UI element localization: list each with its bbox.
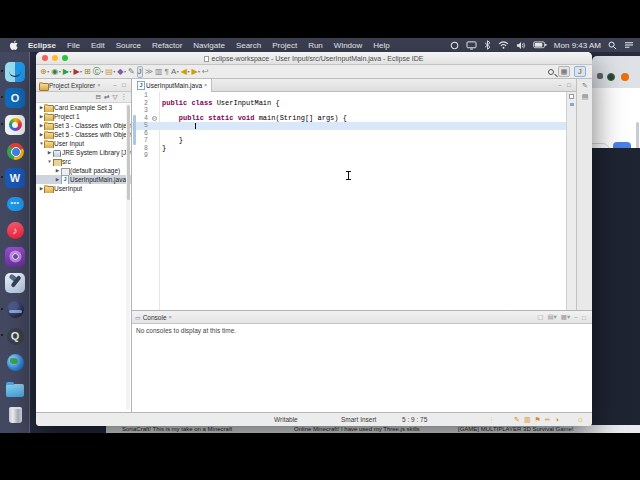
display-icon[interactable] <box>466 41 477 50</box>
tip-lamp-icon[interactable]: ☼ <box>577 415 584 424</box>
dock-icon-xcode[interactable] <box>5 273 25 293</box>
menu-bar-clock[interactable]: Mon 9:43 AM <box>554 41 601 50</box>
search-flashlight-icon-dropdown[interactable]: ▾ <box>124 69 126 74</box>
menu-item-window[interactable]: Window <box>334 41 362 50</box>
tree-item-userinput[interactable]: ▶UserInput <box>36 184 131 193</box>
menu-item-search[interactable]: Search <box>236 41 261 50</box>
explorer-scrollbar[interactable] <box>126 104 130 410</box>
minimize-view-icon[interactable]: − <box>574 314 578 321</box>
tree-item-set-5-classes-with-objects-as-i[interactable]: ▶Set 5 - Classes with Objects as I <box>36 130 131 139</box>
tree-item-card-example-set-3[interactable]: ▶Card Example Set 3 <box>36 103 131 112</box>
run-external-icon[interactable]: ▶▾ <box>73 66 82 78</box>
dock-icon-word[interactable]: W <box>5 168 25 188</box>
menu-item-run[interactable]: Run <box>308 41 323 50</box>
dock-icon-outlook[interactable]: O <box>5 88 25 108</box>
code-line-9[interactable]: 9 <box>132 152 568 160</box>
run-icon[interactable]: ▶▾ <box>63 66 72 78</box>
status-tool-icon-1[interactable]: ✎ <box>514 416 520 424</box>
apple-menu-icon[interactable] <box>6 40 20 51</box>
close-view-icon[interactable]: × <box>97 82 100 88</box>
menu-item-refactor[interactable]: Refactor <box>152 41 182 50</box>
annotations-icon[interactable]: ✎ <box>128 66 135 78</box>
dock-icon-trash[interactable] <box>5 405 25 425</box>
tree-item-project-1[interactable]: ▶Project 1 <box>36 112 131 121</box>
debug-icon-dropdown[interactable]: ▾ <box>59 69 61 74</box>
forward-icon[interactable]: ▶▾ <box>191 66 200 78</box>
code-line-2[interactable]: 2public class UserInputMain { <box>132 100 568 108</box>
spotlight-search-icon[interactable] <box>608 41 617 50</box>
dock-icon-quicktime[interactable]: Q <box>5 326 25 346</box>
minimized-view-icon-1[interactable]: ✎ <box>577 82 593 90</box>
tree-item-user-input[interactable]: ▼User Input <box>36 139 131 148</box>
open-folder-icon[interactable]: ▤▾ <box>105 66 115 78</box>
dock-icon-finder[interactable] <box>5 62 25 82</box>
pin-console-icon[interactable]: ▩▾ <box>561 313 570 321</box>
task-icon[interactable]: ¶ <box>165 66 169 78</box>
new-wizard-icon-dropdown[interactable]: ▾ <box>47 69 49 74</box>
minimized-view-icon-2[interactable]: ▤ <box>577 93 593 101</box>
font-bigger-icon-dropdown[interactable]: ▾ <box>177 69 179 74</box>
menu-item-eclipse[interactable]: Eclipse <box>28 41 56 50</box>
dock-icon-messages[interactable]: ••• <box>5 194 25 214</box>
console-tab[interactable]: ▭ Console × ▢▤▾▩▾−□ <box>132 311 592 324</box>
perspective-java-button[interactable]: J <box>574 66 586 77</box>
debug-icon[interactable]: ◉▾ <box>51 66 61 78</box>
status-tool-icon-5[interactable]: ◑ <box>555 416 559 423</box>
tab-close-icon[interactable]: × <box>204 82 207 88</box>
open-folder-icon-dropdown[interactable]: ▾ <box>113 69 115 74</box>
display-selected-icon[interactable]: ▤▾ <box>547 313 556 321</box>
maximize-view-icon[interactable]: □ <box>582 314 586 321</box>
battery-icon[interactable] <box>533 41 547 49</box>
search-flashlight-icon[interactable]: ◆▾ <box>117 66 126 78</box>
overview-ruler[interactable] <box>566 92 576 310</box>
browser-extension-icon[interactable] <box>597 73 603 79</box>
window-title-bar[interactable]: eclipse-workspace - User Input/src/UserI… <box>36 52 592 65</box>
new-wizard-icon[interactable]: ⊕▾ <box>40 66 49 78</box>
java-editor-icon[interactable]: J <box>137 66 143 78</box>
dock-icon-photos[interactable] <box>5 115 25 135</box>
wifi-icon[interactable] <box>498 41 509 49</box>
dock-icon-eclipse[interactable] <box>5 300 25 320</box>
back-icon-dropdown[interactable]: ▾ <box>187 69 189 74</box>
new-class-icon-dropdown[interactable]: ▾ <box>101 69 103 74</box>
font-bigger-icon[interactable]: A▾ <box>171 66 179 78</box>
filter-icon[interactable]: ▽ <box>113 93 118 101</box>
code-line-6[interactable]: 6 <box>132 130 568 138</box>
minimize-maximize-icons[interactable]: − □ <box>113 82 128 88</box>
dock-icon-chrome[interactable] <box>5 141 25 161</box>
link-editor-icon[interactable]: ⇄ <box>104 93 109 101</box>
menu-item-navigate[interactable]: Navigate <box>193 41 225 50</box>
browser-orange-badge[interactable] <box>621 73 629 81</box>
next-annotation-icon[interactable]: ≫ <box>145 66 153 78</box>
notification-center-icon[interactable] <box>624 41 634 49</box>
menu-item-file[interactable]: File <box>67 41 80 50</box>
quick-access-search-icon[interactable] <box>548 69 554 75</box>
menu-item-edit[interactable]: Edit <box>91 41 105 50</box>
forward-icon-dropdown[interactable]: ▾ <box>198 69 200 74</box>
video-title-3[interactable]: [GAME] MULTIPLAYER 3D Survival Game! <box>458 426 573 432</box>
last-edit-icon[interactable]: ↩ <box>202 66 209 78</box>
run-icon-dropdown[interactable]: ▾ <box>69 69 71 74</box>
volume-icon[interactable] <box>516 41 526 50</box>
status-tool-icon-4[interactable]: ✏ <box>545 416 551 424</box>
new-class-icon[interactable]: Ⓒ▾ <box>93 66 104 78</box>
code-line-7[interactable]: 7 } <box>132 137 568 145</box>
browser-avatar[interactable] <box>607 73 615 81</box>
fold-marker[interactable]: − <box>152 116 157 121</box>
menu-item-help[interactable]: Help <box>373 41 389 50</box>
new-java-project-icon[interactable]: ⊞ <box>84 66 91 78</box>
video-title-1[interactable]: SortaCraft! This is my take on a Minecra… <box>122 426 232 432</box>
status-circle-icon[interactable] <box>450 41 459 50</box>
tree-item-userinputmain-java[interactable]: ▶UserInputMain.java <box>36 175 131 184</box>
status-tool-icon-2[interactable]: ▥ <box>524 416 531 424</box>
collapse-all-icon[interactable]: ⊟ <box>96 93 101 101</box>
open-console-icon[interactable]: ▢ <box>537 313 543 321</box>
code-line-4[interactable]: 4 public static void main(String[] args)… <box>132 115 568 123</box>
project-explorer-tab[interactable]: Project Explorer × − □ <box>36 79 131 92</box>
menu-item-project[interactable]: Project <box>272 41 297 50</box>
view-menu-icon[interactable]: ⋮ <box>121 93 128 101</box>
tab-userinputmain[interactable]: UserInputMain.java × <box>132 79 212 92</box>
mark-occurrences-icon[interactable]: ▥ <box>155 66 163 78</box>
dock-icon-downloads[interactable] <box>5 379 25 399</box>
code-editor[interactable]: 12public class UserInputMain {34 public … <box>132 92 576 310</box>
